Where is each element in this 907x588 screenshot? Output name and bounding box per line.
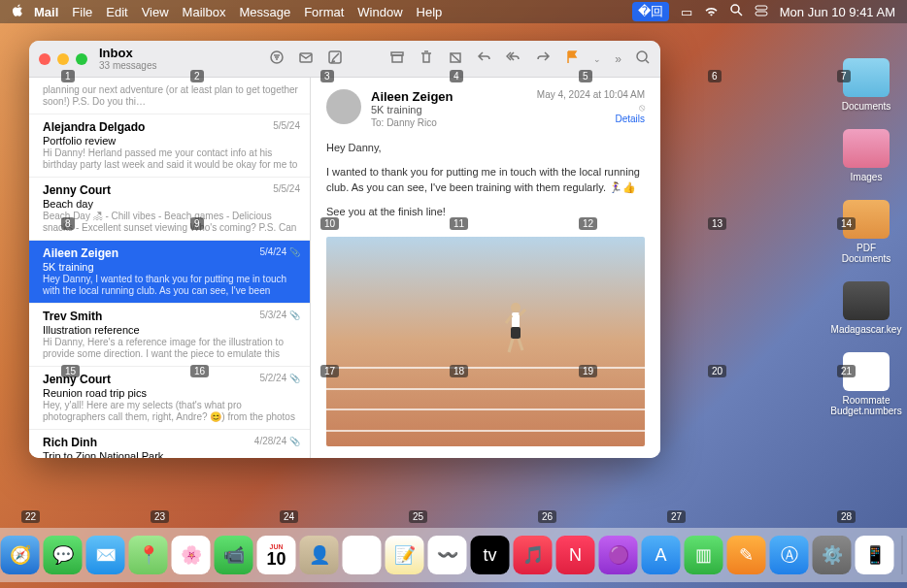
message-item[interactable]: Jenny Court5/5/24Beach dayBeach Day 🏖 - … xyxy=(29,178,310,241)
compose-new-icon[interactable] xyxy=(298,49,314,69)
grid-marker: 2 xyxy=(190,70,204,82)
dock-safari[interactable]: 🧭 xyxy=(1,536,40,574)
menu-window[interactable]: Window xyxy=(357,5,402,19)
menu-edit[interactable]: Edit xyxy=(106,5,127,19)
grid-marker: 6 xyxy=(708,70,722,82)
apple-menu-icon[interactable] xyxy=(12,4,24,19)
dock-appstore[interactable]: A xyxy=(642,536,681,574)
flag-icon[interactable] xyxy=(564,49,580,69)
runner-figure xyxy=(501,300,530,358)
desktop-item[interactable]: Documents xyxy=(835,58,897,112)
wifi-icon[interactable] xyxy=(704,5,719,19)
grid-marker: 10 xyxy=(320,217,339,230)
grid-marker: 24 xyxy=(280,510,298,523)
desktop-item[interactable]: Images xyxy=(835,129,897,182)
message-list[interactable]: planning our next adventure (or at least… xyxy=(29,78,311,458)
grid-marker: 4 xyxy=(450,70,463,82)
menu-file[interactable]: File xyxy=(72,5,92,19)
grid-marker: 19 xyxy=(579,365,597,377)
close-button[interactable] xyxy=(39,53,50,65)
filter-icon[interactable] xyxy=(269,49,285,69)
reply-all-icon[interactable] xyxy=(506,49,521,69)
dock-mail[interactable]: ✉️ xyxy=(86,536,125,574)
compose-icon[interactable] xyxy=(327,49,343,69)
grid-marker: 5 xyxy=(579,70,592,82)
desktop-item[interactable]: PDF Documents xyxy=(835,200,897,264)
dock-facetime[interactable]: 📹 xyxy=(215,536,253,574)
grid-marker: 3 xyxy=(320,70,334,82)
junk-icon[interactable] xyxy=(448,49,463,69)
message-item[interactable]: Trev Smith5/3/24 📎Illustration reference… xyxy=(29,304,310,367)
dock-numbers[interactable]: ▥ xyxy=(685,536,723,574)
dock-appstore2[interactable]: Ⓐ xyxy=(770,536,809,574)
grid-marker: 1 xyxy=(61,70,75,82)
dock-reminders[interactable]: ☰ xyxy=(343,536,382,574)
desktop-item[interactable]: Madagascar.key xyxy=(835,281,897,335)
grid-marker: 20 xyxy=(708,365,726,377)
grid-marker: 28 xyxy=(837,510,856,523)
menu-help[interactable]: Help xyxy=(417,5,443,19)
zoom-button[interactable] xyxy=(76,53,87,65)
grid-marker: 9 xyxy=(190,217,204,230)
battery-icon[interactable]: ▭ xyxy=(681,5,692,19)
control-center-icon[interactable] xyxy=(755,5,768,19)
message-item[interactable]: Rich Dinh4/28/24 📎Trip to Zion National … xyxy=(29,430,310,458)
reply-icon[interactable] xyxy=(477,49,492,69)
spotlight-icon[interactable] xyxy=(730,4,743,19)
dock-maps[interactable]: 📍 xyxy=(129,536,168,574)
dock: 🙂▦🧭💬✉️📍🌸📹JUN10👤☰📝〰️tv🎵N🟣A▥✎Ⓐ⚙️📱⬇🗑️ xyxy=(0,528,907,582)
grid-marker: 21 xyxy=(837,365,856,377)
grid-marker: 27 xyxy=(667,510,686,523)
dock-pages[interactable]: ✎ xyxy=(727,536,766,574)
menu-view[interactable]: View xyxy=(142,5,169,19)
details-link[interactable]: Details xyxy=(537,114,645,124)
voice-control-icon[interactable]: �回 xyxy=(632,2,669,21)
more-icon[interactable]: » xyxy=(615,52,621,66)
flag-dropdown-icon[interactable]: ⌄ xyxy=(593,54,601,64)
menu-format[interactable]: Format xyxy=(304,5,344,19)
dock-iphone[interactable]: 📱 xyxy=(856,536,894,574)
message-item[interactable]: planning our next adventure (or at least… xyxy=(29,78,310,114)
reader-subject: 5K training xyxy=(371,104,527,115)
dock-freeform[interactable]: 〰️ xyxy=(428,536,467,574)
dock-news[interactable]: N xyxy=(556,536,595,574)
minimize-button[interactable] xyxy=(57,53,69,65)
grid-marker: 17 xyxy=(320,365,339,377)
svg-point-14 xyxy=(637,51,647,61)
svg-line-21 xyxy=(506,315,512,323)
svg-rect-2 xyxy=(756,6,767,10)
svg-line-13 xyxy=(451,53,460,62)
menu-message[interactable]: Message xyxy=(239,5,290,19)
dock-music[interactable]: 🎵 xyxy=(514,536,553,574)
svg-line-22 xyxy=(520,310,525,315)
clock[interactable]: Mon Jun 10 9:41 AM xyxy=(780,5,895,19)
dock-notes[interactable]: 📝 xyxy=(386,536,424,574)
grid-marker: 7 xyxy=(837,70,851,82)
dock-photos[interactable]: 🌸 xyxy=(172,536,211,574)
grid-marker: 16 xyxy=(190,365,209,377)
attachment-image[interactable] xyxy=(326,237,645,446)
message-item[interactable]: Aileen Zeigen5/4/24 📎5K trainingHey Dann… xyxy=(29,241,310,304)
grid-marker: 18 xyxy=(450,365,468,377)
app-name[interactable]: Mail xyxy=(34,5,58,19)
menu-mailbox[interactable]: Mailbox xyxy=(183,5,226,19)
mail-window: Inbox 33 messages ⌄ » planning our next … xyxy=(29,41,660,458)
titlebar: Inbox 33 messages ⌄ » xyxy=(29,41,660,78)
dock-calendar[interactable]: JUN10 xyxy=(257,536,296,574)
svg-point-0 xyxy=(731,5,739,13)
dock-messages[interactable]: 💬 xyxy=(44,536,83,574)
dock-podcasts[interactable]: 🟣 xyxy=(599,536,638,574)
svg-rect-3 xyxy=(756,12,767,16)
dock-contacts[interactable]: 👤 xyxy=(300,536,339,574)
desktop-item[interactable]: Roommate Budget.numbers xyxy=(835,352,897,416)
search-icon[interactable] xyxy=(635,49,651,69)
mute-icon[interactable]: ⦸ xyxy=(639,102,645,113)
dock-tv[interactable]: tv xyxy=(471,536,510,574)
message-item[interactable]: Alejandra Delgado5/5/24Portfolio reviewH… xyxy=(29,114,310,178)
svg-line-15 xyxy=(646,60,649,63)
dock-settings[interactable]: ⚙️ xyxy=(813,536,852,574)
trash-icon[interactable] xyxy=(419,49,434,69)
forward-icon[interactable] xyxy=(535,49,551,69)
message-count: 33 messages xyxy=(99,60,156,71)
archive-icon[interactable] xyxy=(389,49,405,69)
